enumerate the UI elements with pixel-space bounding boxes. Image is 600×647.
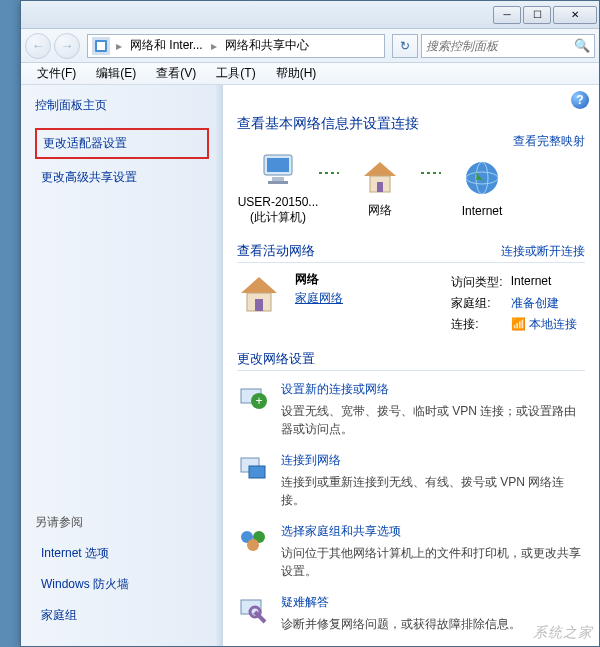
svg-rect-3 bbox=[267, 158, 289, 172]
svg-marker-12 bbox=[241, 277, 277, 293]
active-network-row: 网络 家庭网络 访问类型:Internet 家庭组:准备创建 连接:📶 本地连接 bbox=[237, 271, 585, 336]
sidebar-homegroup-link[interactable]: 家庭组 bbox=[35, 603, 209, 628]
menu-tools[interactable]: 工具(T) bbox=[206, 63, 265, 84]
address-bar[interactable]: ▸ 网络和 Inter... ▸ 网络和共享中心 bbox=[87, 34, 385, 58]
option-connect-network[interactable]: 连接到网络 连接到或重新连接到无线、有线、拨号或 VPN 网络连接。 bbox=[237, 452, 585, 509]
forward-button[interactable]: → bbox=[54, 33, 80, 59]
svg-marker-6 bbox=[364, 162, 396, 176]
view-full-map-link[interactable]: 查看完整映射 bbox=[513, 133, 585, 150]
option-title: 疑难解答 bbox=[281, 594, 521, 611]
map-internet: Internet bbox=[441, 156, 523, 218]
menubar: 文件(F) 编辑(E) 查看(V) 工具(T) 帮助(H) bbox=[21, 63, 599, 85]
map-connector-icon bbox=[421, 172, 441, 174]
refresh-icon: ↻ bbox=[400, 39, 410, 53]
address-icon bbox=[92, 37, 110, 55]
option-homegroup[interactable]: 选择家庭组和共享选项 访问位于其他网络计算机上的文件和打印机，或更改共享设置。 bbox=[237, 523, 585, 580]
close-button[interactable]: ✕ bbox=[553, 6, 597, 24]
back-button[interactable]: ← bbox=[25, 33, 51, 59]
svg-rect-8 bbox=[377, 182, 383, 192]
globe-icon bbox=[460, 156, 504, 200]
map-connector-icon bbox=[319, 172, 339, 174]
option-desc: 诊断并修复网络问题，或获得故障排除信息。 bbox=[281, 615, 521, 633]
connection-link[interactable]: 📶 本地连接 bbox=[511, 315, 583, 334]
access-type-label: 访问类型: bbox=[451, 273, 508, 292]
svg-text:+: + bbox=[255, 394, 262, 408]
option-title: 选择家庭组和共享选项 bbox=[281, 523, 585, 540]
homegroup-link[interactable]: 准备创建 bbox=[511, 294, 583, 313]
option-desc: 连接到或重新连接到无线、有线、拨号或 VPN 网络连接。 bbox=[281, 473, 585, 509]
menu-edit[interactable]: 编辑(E) bbox=[86, 63, 146, 84]
refresh-button[interactable]: ↻ bbox=[392, 34, 418, 58]
option-new-connection[interactable]: + 设置新的连接或网络 设置无线、宽带、拨号、临时或 VPN 连接；或设置路由器… bbox=[237, 381, 585, 438]
menu-view[interactable]: 查看(V) bbox=[146, 63, 206, 84]
search-icon: 🔍 bbox=[574, 38, 590, 53]
house-icon bbox=[358, 154, 402, 198]
sidebar-adapter-settings-link[interactable]: 更改适配器设置 bbox=[35, 128, 209, 159]
network-details: 访问类型:Internet 家庭组:准备创建 连接:📶 本地连接 bbox=[449, 271, 585, 336]
page-title: 查看基本网络信息并设置连接 bbox=[237, 115, 585, 133]
search-input[interactable] bbox=[426, 39, 574, 53]
homegroup-icon bbox=[237, 523, 269, 555]
svg-rect-1 bbox=[97, 42, 105, 50]
option-title: 设置新的连接或网络 bbox=[281, 381, 585, 398]
access-type-value: Internet bbox=[511, 273, 583, 292]
breadcrumb-seg-1[interactable]: 网络和 Inter... bbox=[124, 35, 209, 57]
active-networks-title: 查看活动网络 连接或断开连接 bbox=[237, 242, 585, 263]
map-internet-label: Internet bbox=[441, 204, 523, 218]
sidebar-see-also-label: 另请参阅 bbox=[35, 514, 209, 531]
map-network: 网络 bbox=[339, 154, 421, 219]
house-icon bbox=[237, 271, 281, 315]
navbar: ← → ▸ 网络和 Inter... ▸ 网络和共享中心 ↻ 🔍 bbox=[21, 29, 599, 63]
connection-label: 连接: bbox=[451, 315, 508, 334]
chevron-right-icon: ▸ bbox=[209, 39, 219, 53]
svg-rect-5 bbox=[268, 181, 288, 184]
connect-network-icon bbox=[237, 452, 269, 484]
body: 控制面板主页 更改适配器设置 更改高级共享设置 另请参阅 Internet 选项… bbox=[21, 85, 599, 646]
map-pc: USER-20150... (此计算机) bbox=[237, 147, 319, 226]
option-title: 连接到网络 bbox=[281, 452, 585, 469]
signal-icon: 📶 bbox=[511, 317, 526, 331]
troubleshoot-icon bbox=[237, 594, 269, 626]
menu-file[interactable]: 文件(F) bbox=[27, 63, 86, 84]
titlebar: ─ ☐ ✕ bbox=[21, 1, 599, 29]
change-settings-title: 更改网络设置 bbox=[237, 350, 585, 371]
network-info: 网络 家庭网络 bbox=[295, 271, 343, 336]
help-icon[interactable]: ? bbox=[571, 91, 589, 109]
watermark: 系统之家 bbox=[533, 624, 593, 642]
homegroup-label: 家庭组: bbox=[451, 294, 508, 313]
maximize-button[interactable]: ☐ bbox=[523, 6, 551, 24]
new-connection-icon: + bbox=[237, 381, 269, 413]
sidebar-home-link[interactable]: 控制面板主页 bbox=[35, 97, 209, 114]
sidebar-internet-options-link[interactable]: Internet 选项 bbox=[35, 541, 209, 566]
svg-rect-14 bbox=[255, 299, 263, 311]
svg-rect-4 bbox=[272, 177, 284, 181]
map-network-label: 网络 bbox=[339, 202, 421, 219]
window: ─ ☐ ✕ ← → ▸ 网络和 Inter... ▸ 网络和共享中心 ↻ 🔍 文… bbox=[20, 0, 600, 647]
main-content: ? 查看基本网络信息并设置连接 查看完整映射 USER-20150... (此计… bbox=[223, 85, 599, 646]
map-pc-label: USER-20150... bbox=[237, 195, 319, 209]
active-networks-label: 查看活动网络 bbox=[237, 242, 315, 260]
search-box[interactable]: 🔍 bbox=[421, 34, 595, 58]
svg-rect-19 bbox=[249, 466, 265, 478]
menu-help[interactable]: 帮助(H) bbox=[266, 63, 327, 84]
svg-point-22 bbox=[247, 539, 259, 551]
breadcrumb-seg-2[interactable]: 网络和共享中心 bbox=[219, 35, 315, 57]
chevron-right-icon: ▸ bbox=[114, 39, 124, 53]
sidebar-advanced-sharing-link[interactable]: 更改高级共享设置 bbox=[35, 165, 209, 190]
minimize-button[interactable]: ─ bbox=[493, 6, 521, 24]
computer-icon bbox=[256, 147, 300, 191]
option-desc: 访问位于其他网络计算机上的文件和打印机，或更改共享设置。 bbox=[281, 544, 585, 580]
network-map: USER-20150... (此计算机) 网络 Internet bbox=[237, 147, 585, 226]
network-type-link[interactable]: 家庭网络 bbox=[295, 291, 343, 305]
connect-disconnect-link[interactable]: 连接或断开连接 bbox=[501, 243, 585, 260]
sidebar-firewall-link[interactable]: Windows 防火墙 bbox=[35, 572, 209, 597]
svg-point-9 bbox=[466, 162, 498, 194]
sidebar: 控制面板主页 更改适配器设置 更改高级共享设置 另请参阅 Internet 选项… bbox=[21, 85, 223, 646]
network-name: 网络 bbox=[295, 271, 343, 288]
option-desc: 设置无线、宽带、拨号、临时或 VPN 连接；或设置路由器或访问点。 bbox=[281, 402, 585, 438]
map-pc-sublabel: (此计算机) bbox=[237, 209, 319, 226]
